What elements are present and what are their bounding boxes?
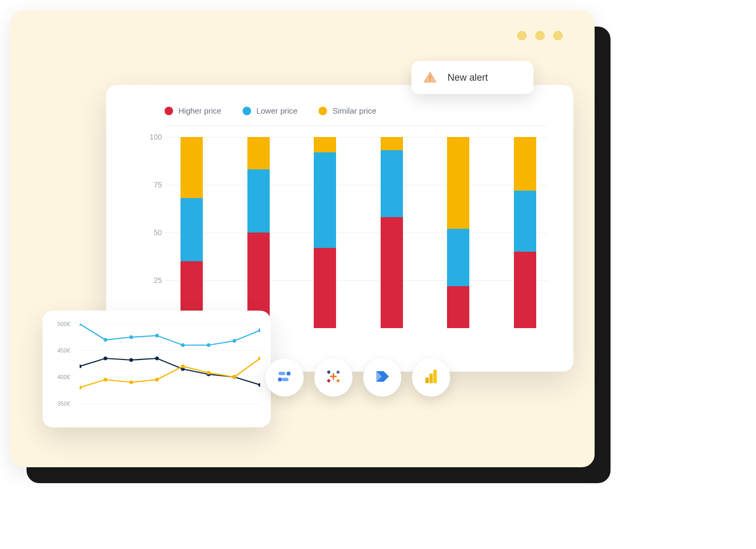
power-bi-icon	[424, 368, 438, 387]
y-axis: 100755025	[138, 137, 162, 328]
data-point[interactable]	[104, 378, 107, 382]
svg-rect-6	[279, 372, 286, 375]
data-point[interactable]	[80, 365, 82, 368]
y-tick-label: 25	[153, 276, 162, 285]
svg-point-9	[278, 378, 282, 382]
data-point[interactable]	[130, 381, 133, 384]
integration-row	[265, 358, 450, 397]
data-point[interactable]	[80, 386, 82, 390]
data-point[interactable]	[233, 375, 236, 379]
bar-segment	[181, 137, 203, 198]
bar-segment	[181, 198, 203, 261]
stacked-bar[interactable]	[447, 137, 469, 328]
stacked-bar[interactable]	[381, 137, 403, 328]
y-tick-label: 100	[150, 133, 162, 141]
data-point[interactable]	[155, 378, 159, 382]
window-dot-icon	[553, 31, 563, 40]
window-controls	[517, 31, 563, 40]
bar-segment	[447, 137, 469, 229]
legend-dot-icon	[319, 107, 327, 115]
alert-label: New alert	[448, 72, 488, 83]
svg-rect-22	[425, 378, 428, 383]
bar-segment	[314, 248, 336, 328]
line-series	[80, 358, 260, 388]
bar-segment	[381, 137, 403, 150]
data-point[interactable]	[207, 344, 210, 347]
svg-rect-1	[429, 76, 431, 79]
data-point[interactable]	[259, 329, 261, 332]
legend-item-higher[interactable]: Higher price	[165, 106, 221, 115]
bar-segment	[314, 152, 336, 248]
tableau-icon	[325, 368, 341, 387]
bar-segment	[514, 137, 536, 191]
stacked-bar[interactable]	[181, 137, 203, 328]
data-point[interactable]	[181, 365, 185, 368]
bar-segment	[514, 252, 536, 328]
bar-segment	[447, 229, 469, 286]
window-dot-icon	[535, 31, 545, 40]
integration-power-automate[interactable]	[363, 358, 401, 397]
data-point[interactable]	[155, 334, 159, 338]
power-automate-icon	[374, 368, 390, 387]
line-chart-card: 500€450€400€350€	[42, 311, 271, 427]
mini-y-tick-label: 350€	[57, 400, 70, 407]
data-point[interactable]	[104, 338, 107, 342]
bar-segment	[314, 137, 336, 152]
legend: Higher price Lower price Similar price	[165, 106, 547, 126]
integration-tableau[interactable]	[314, 358, 353, 397]
mini-y-tick-label: 450€	[57, 347, 70, 354]
data-point[interactable]	[181, 344, 185, 347]
legend-item-similar[interactable]: Similar price	[319, 106, 376, 115]
legend-label: Higher price	[178, 106, 221, 115]
bar-segment	[247, 137, 270, 169]
mini-y-tick-label: 400€	[57, 374, 70, 380]
bar-segment	[447, 286, 469, 328]
data-point[interactable]	[155, 357, 159, 361]
integration-data-studio[interactable]	[265, 358, 304, 397]
svg-rect-20	[433, 370, 436, 383]
bar-segment	[381, 217, 403, 328]
stacked-bar[interactable]	[314, 137, 336, 328]
mini-y-tick-label: 500€	[57, 321, 70, 327]
bar-group	[170, 137, 547, 328]
legend-label: Lower price	[256, 106, 298, 115]
data-point[interactable]	[233, 339, 236, 343]
integration-power-bi[interactable]	[412, 358, 450, 397]
stacked-bar-chart: 100755025	[165, 137, 547, 328]
window-dot-icon	[517, 31, 527, 40]
legend-dot-icon	[165, 107, 173, 115]
data-point[interactable]	[207, 371, 210, 375]
svg-point-7	[287, 372, 291, 376]
stacked-bar[interactable]	[514, 137, 536, 328]
y-tick-label: 75	[153, 181, 162, 189]
legend-item-lower[interactable]: Lower price	[243, 106, 298, 115]
legend-dot-icon	[243, 107, 251, 115]
y-tick-label: 50	[153, 228, 162, 237]
line-chart	[80, 324, 260, 409]
svg-point-0	[429, 80, 431, 81]
bar-segment	[247, 169, 270, 233]
warning-triangle-icon	[423, 71, 437, 84]
stacked-bar[interactable]	[247, 137, 270, 328]
svg-rect-8	[282, 378, 289, 381]
data-point[interactable]	[259, 383, 261, 387]
data-studio-icon	[277, 368, 293, 387]
legend-label: Similar price	[332, 106, 376, 115]
data-point[interactable]	[130, 358, 133, 362]
data-point[interactable]	[130, 336, 133, 339]
svg-rect-21	[429, 374, 433, 383]
data-point[interactable]	[104, 357, 107, 361]
alert-card[interactable]: New alert	[411, 61, 534, 94]
bar-segment	[514, 191, 536, 252]
bar-segment	[381, 150, 403, 217]
